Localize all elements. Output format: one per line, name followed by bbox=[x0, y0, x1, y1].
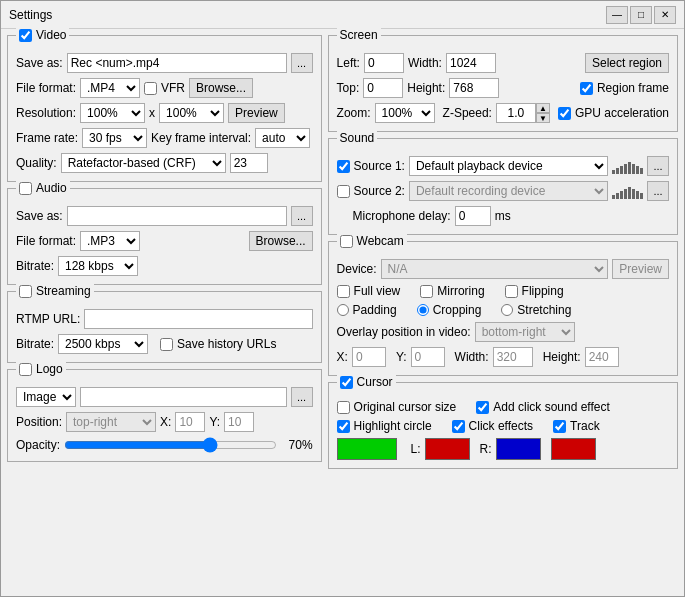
padding-radio[interactable] bbox=[337, 304, 349, 316]
rtmp-input[interactable] bbox=[84, 309, 312, 329]
logo-y-input[interactable] bbox=[224, 412, 254, 432]
window-title: Settings bbox=[9, 8, 606, 22]
minimize-button[interactable]: — bbox=[606, 6, 628, 24]
logo-position-row: Position: top-right X: Y: bbox=[16, 412, 313, 432]
extra-color-button[interactable] bbox=[551, 438, 596, 460]
region-frame-checkbox[interactable] bbox=[580, 82, 593, 95]
logo-position-select[interactable]: top-right bbox=[66, 412, 156, 432]
save-as-input[interactable] bbox=[67, 53, 287, 73]
logo-x-input[interactable] bbox=[175, 412, 205, 432]
webcam-enable-checkbox[interactable] bbox=[340, 235, 353, 248]
source2-checkbox[interactable] bbox=[337, 185, 350, 198]
click-effects-checkbox[interactable] bbox=[452, 420, 465, 433]
res-x-select[interactable]: 100% bbox=[80, 103, 145, 123]
zoom-select[interactable]: 100% bbox=[375, 103, 435, 123]
file-format-select[interactable]: .MP4 bbox=[80, 78, 140, 98]
audio-format-select[interactable]: .MP3 bbox=[80, 231, 140, 251]
screen-group: Screen Left: Width: Select region Top: H… bbox=[328, 35, 678, 132]
mirroring-checkbox[interactable] bbox=[420, 285, 433, 298]
track-label: Track bbox=[570, 419, 600, 433]
close-button[interactable]: ✕ bbox=[654, 6, 676, 24]
original-size-checkbox[interactable] bbox=[337, 401, 350, 414]
resolution-row: Resolution: 100% x 100% Preview bbox=[16, 103, 313, 123]
cursor-enable-checkbox[interactable] bbox=[340, 376, 353, 389]
source1-select[interactable]: Default playback device bbox=[409, 156, 608, 176]
webcam-group-title: Webcam bbox=[337, 234, 407, 248]
save-history-checkbox[interactable] bbox=[160, 338, 173, 351]
logo-group-title: Logo bbox=[16, 362, 66, 376]
webcam-x-label: X: bbox=[337, 350, 348, 364]
key-frame-select[interactable]: auto bbox=[255, 128, 310, 148]
vfr-checkbox[interactable] bbox=[144, 82, 157, 95]
webcam-height-input[interactable] bbox=[585, 347, 619, 367]
maximize-button[interactable]: □ bbox=[630, 6, 652, 24]
width-input[interactable] bbox=[446, 53, 496, 73]
logo-type-select[interactable]: Image bbox=[16, 387, 76, 407]
source2-select[interactable]: Default recording device bbox=[409, 181, 608, 201]
stretching-radio[interactable] bbox=[501, 304, 513, 316]
full-view-checkbox[interactable] bbox=[337, 285, 350, 298]
mic-delay-input[interactable] bbox=[455, 206, 491, 226]
save-as-label: Save as: bbox=[16, 56, 63, 70]
highlight-color-button[interactable] bbox=[337, 438, 397, 460]
audio-save-as-dots-button[interactable]: ... bbox=[291, 206, 313, 226]
zspeed-input[interactable] bbox=[496, 103, 536, 123]
webcam-width-input[interactable] bbox=[493, 347, 533, 367]
zoom-label: Zoom: bbox=[337, 106, 371, 120]
flipping-checkbox[interactable] bbox=[505, 285, 518, 298]
res-y-select[interactable]: 100% bbox=[159, 103, 224, 123]
webcam-device-label: Device: bbox=[337, 262, 377, 276]
r-label: R: bbox=[480, 442, 492, 456]
logo-enable-checkbox[interactable] bbox=[19, 363, 32, 376]
zspeed-down-button[interactable]: ▼ bbox=[536, 113, 550, 123]
quality-num-input[interactable] bbox=[230, 153, 268, 173]
quality-select[interactable]: Ratefactor-based (CRF) bbox=[61, 153, 226, 173]
streaming-bitrate-row: Bitrate: 2500 kbps Save history URLs bbox=[16, 334, 313, 354]
webcam-device-select[interactable]: N/A bbox=[381, 259, 609, 279]
overlay-select[interactable]: bottom-right bbox=[475, 322, 575, 342]
top-input[interactable] bbox=[363, 78, 403, 98]
webcam-preview-button[interactable]: Preview bbox=[612, 259, 669, 279]
track-checkbox[interactable] bbox=[553, 420, 566, 433]
left-click-color-button[interactable] bbox=[425, 438, 470, 460]
video-enable-checkbox[interactable] bbox=[19, 29, 32, 42]
cursor-group: Cursor Original cursor size Add click so… bbox=[328, 382, 678, 469]
logo-type-row: Image ... bbox=[16, 379, 313, 407]
logo-position-label: Position: bbox=[16, 415, 62, 429]
right-click-color-button[interactable] bbox=[496, 438, 541, 460]
zspeed-up-button[interactable]: ▲ bbox=[536, 103, 550, 113]
overlay-label: Overlay position in video: bbox=[337, 325, 471, 339]
video-preview-button[interactable]: Preview bbox=[228, 103, 285, 123]
add-click-sound-label: Add click sound effect bbox=[493, 400, 610, 414]
titlebar-buttons: — □ ✕ bbox=[606, 6, 676, 24]
source1-checkbox[interactable] bbox=[337, 160, 350, 173]
stretching-label: Stretching bbox=[517, 303, 571, 317]
save-as-dots-button[interactable]: ... bbox=[291, 53, 313, 73]
source1-dots-button[interactable]: ... bbox=[647, 156, 669, 176]
left-input[interactable] bbox=[364, 53, 404, 73]
logo-dots-button[interactable]: ... bbox=[291, 387, 313, 407]
settings-window: Settings — □ ✕ Video Save as: ... bbox=[0, 0, 685, 597]
gpu-accel-checkbox[interactable] bbox=[558, 107, 571, 120]
video-browse-button[interactable]: Browse... bbox=[189, 78, 253, 98]
select-region-button[interactable]: Select region bbox=[585, 53, 669, 73]
cropping-radio[interactable] bbox=[417, 304, 429, 316]
height-input[interactable] bbox=[449, 78, 499, 98]
webcam-y-input[interactable] bbox=[411, 347, 445, 367]
frame-rate-select[interactable]: 30 fps bbox=[82, 128, 147, 148]
audio-save-as-input[interactable] bbox=[67, 206, 287, 226]
logo-opacity-slider[interactable] bbox=[64, 437, 277, 453]
click-effects-label: Click effects bbox=[469, 419, 533, 433]
vfr-label: VFR bbox=[161, 81, 185, 95]
audio-format-label: File format: bbox=[16, 234, 76, 248]
add-click-sound-checkbox[interactable] bbox=[476, 401, 489, 414]
audio-enable-checkbox[interactable] bbox=[19, 182, 32, 195]
webcam-x-input[interactable] bbox=[352, 347, 386, 367]
audio-bitrate-select[interactable]: 128 kbps bbox=[58, 256, 138, 276]
source2-dots-button[interactable]: ... bbox=[647, 181, 669, 201]
highlight-circle-checkbox[interactable] bbox=[337, 420, 350, 433]
streaming-bitrate-select[interactable]: 2500 kbps bbox=[58, 334, 148, 354]
streaming-enable-checkbox[interactable] bbox=[19, 285, 32, 298]
logo-path-input[interactable] bbox=[80, 387, 287, 407]
audio-browse-button[interactable]: Browse... bbox=[249, 231, 313, 251]
